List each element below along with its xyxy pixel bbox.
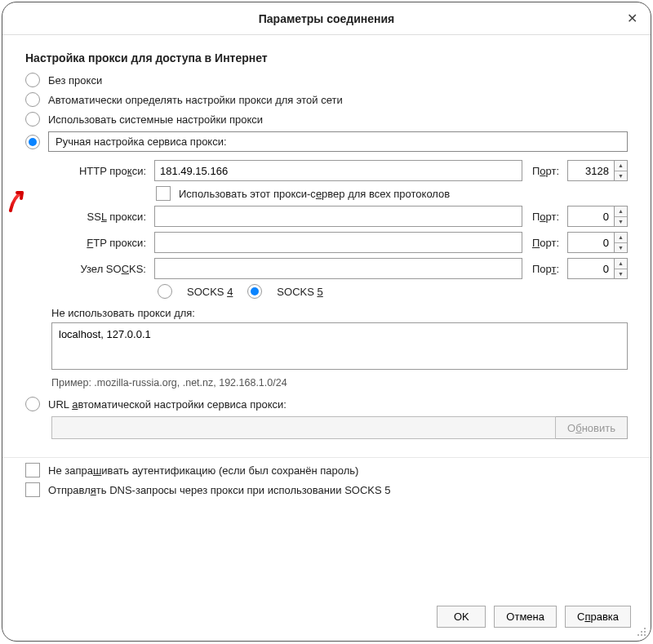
annotation-arrow-icon [7,189,27,212]
radio-auto-detect[interactable] [25,92,40,107]
no-proxy-for-label: Не использовать прокси для: [51,307,628,319]
svg-point-1 [641,631,642,633]
http-proxy-label: HTTP прокси: [51,165,149,177]
use-for-all-label: Использовать этот прокси-сервер для всех… [179,188,450,200]
socks-port-spinner[interactable]: ▲▼ [615,258,628,279]
divider [2,457,651,458]
label-socks5: SOCKS 5 [277,286,322,298]
label-no-proxy: Без прокси [48,74,102,87]
resize-grip-icon[interactable] [636,626,647,637]
label-auto-detect: Автоматически определять настройки прокс… [48,94,343,106]
socks-port-label: Порт: [532,263,559,275]
ftp-port-spinner[interactable]: ▲▼ [615,232,628,253]
ftp-proxy-port-input[interactable] [567,232,615,253]
dialog-title: Параметры соединения [259,12,395,25]
radio-socks4[interactable] [158,284,172,299]
cancel-button[interactable]: Отмена [494,606,557,628]
socks-proxy-host-input[interactable] [154,258,522,279]
socks-proxy-port-input[interactable] [567,258,615,279]
label-system-proxy: Использовать системные настройки прокси [48,113,263,126]
svg-point-5 [644,634,646,636]
label-manual-proxy: Ручная настройка сервиса прокси: [48,131,628,152]
svg-point-4 [641,634,642,636]
close-button[interactable]: ✕ [624,11,639,25]
ok-button[interactable]: OK [437,606,486,628]
auto-config-url-input[interactable] [51,416,556,439]
no-proxy-for-input[interactable] [51,322,628,370]
titlebar: Параметры соединения ✕ [2,2,651,35]
http-port-label: Порт: [532,165,559,177]
radio-manual-proxy[interactable] [25,135,40,149]
ssl-proxy-label: SSL прокси: [51,211,149,223]
socks-proxy-label: Узел SOCKS: [51,263,149,275]
http-port-spinner[interactable]: ▲▼ [615,160,628,181]
use-for-all-checkbox[interactable] [156,186,171,201]
http-proxy-port-input[interactable] [567,160,615,181]
radio-no-proxy[interactable] [25,73,40,87]
no-proxy-example: Пример: .mozilla-russia.org, .net.nz, 19… [51,377,628,389]
label-auto-config-url: URL автоматической настройки сервиса про… [48,398,287,411]
no-auth-prompt-label: Не запрашивать аутентификацию (если был … [48,464,358,477]
dns-over-socks5-label: Отправлять DNS-запросы через прокси при … [48,484,390,496]
content-area: Настройка прокси для доступа в Интернет … [2,35,651,509]
ftp-proxy-host-input[interactable] [154,232,522,253]
svg-point-2 [644,631,646,633]
svg-point-0 [644,628,646,629]
http-proxy-host-input[interactable] [154,160,522,181]
ssl-proxy-host-input[interactable] [154,206,522,227]
radio-system-proxy[interactable] [25,112,40,127]
no-auth-prompt-checkbox[interactable] [25,463,40,477]
ssl-proxy-port-input[interactable] [567,206,615,227]
ftp-port-label: Порт: [532,237,559,249]
label-socks4: SOCKS 4 [187,286,233,298]
ftp-proxy-label: FTP прокси: [51,237,149,249]
radio-auto-config-url[interactable] [25,397,40,411]
connection-settings-dialog: Параметры соединения ✕ Настройка прокси … [2,2,651,642]
svg-point-3 [637,634,639,636]
ssl-port-label: Порт: [532,211,559,223]
reload-button[interactable]: Обновить [556,416,628,439]
manual-proxy-group: HTTP прокси: Порт: ▲▼ Использовать этот … [51,160,628,439]
ssl-port-spinner[interactable]: ▲▼ [615,206,628,227]
dns-over-socks5-checkbox[interactable] [25,482,40,497]
section-title: Настройка прокси для доступа в Интернет [25,51,628,64]
radio-socks5[interactable] [247,284,262,299]
help-button[interactable]: Справка [565,606,631,628]
